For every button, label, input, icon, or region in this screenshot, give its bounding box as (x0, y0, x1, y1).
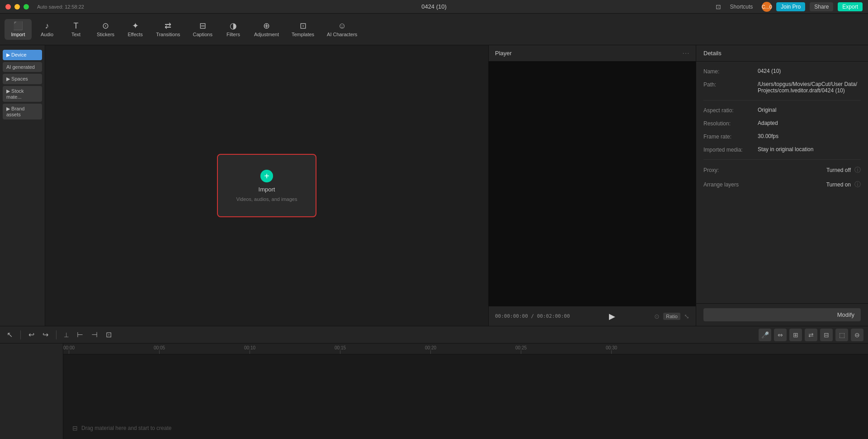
drag-hint: ⊟ Drag material here and start to create (72, 425, 171, 432)
player-time-display: 00:00:00:00 / 00:02:00:00 (495, 313, 570, 319)
sidebar-label-device: ▶ Device (6, 52, 27, 58)
toolbar-item-text[interactable]: T Text (62, 19, 90, 40)
ruler-line (69, 350, 69, 354)
sync-button[interactable]: ⇄ (805, 329, 817, 341)
sidebar-item-spaces[interactable]: ▶ Spaces (3, 74, 42, 84)
project-title: 0424 (10) (421, 3, 447, 10)
toolbar-item-filters[interactable]: ◑ Filters (220, 19, 247, 40)
sidebar-item-brand_assets[interactable]: ▶ Brand assets (3, 104, 42, 119)
modify-button[interactable]: Modify (703, 308, 861, 321)
link-clip-button[interactable]: ⇔ (774, 329, 787, 341)
ruler-label: 00:15 (335, 344, 346, 350)
arrange-info-icon[interactable]: ⓘ (854, 181, 861, 189)
ruler-label: 00:10 (244, 344, 255, 350)
play-button[interactable]: ▶ (609, 311, 615, 321)
detail-row-2: Aspect ratio: Original (703, 107, 861, 114)
player-time-total: 00:02:00:00 (537, 313, 570, 319)
minimize-button[interactable] (14, 4, 20, 10)
sidebar-item-stock_mate[interactable]: ▶ Stock mate... (3, 86, 42, 102)
details-panel: Details Name: 0424 (10) Path: /Users/top… (696, 45, 868, 326)
ratio-button[interactable]: Ratio (663, 313, 680, 320)
trim-right-button[interactable]: ⊣ (89, 329, 100, 340)
track-area: 00:00 00:05 00:10 00:15 00:20 00:25 00:3… (63, 344, 868, 439)
toolbar-item-ai_characters[interactable]: ☺ AI Characters (321, 19, 363, 40)
import-sublabel: Videos, audios, and images (236, 196, 297, 202)
ruler-line (250, 350, 250, 354)
ruler-tick-0020: 00:20 (425, 344, 436, 354)
time-ruler: 00:00 00:05 00:10 00:15 00:20 00:25 00:3… (63, 344, 868, 354)
player-controls: 00:00:00:00 / 00:02:00:00 ▶ ⊙ Ratio ⤡ (489, 306, 696, 326)
ruler-label: 00:30 (606, 344, 617, 350)
toolbar-item-templates[interactable]: ⊡ Templates (286, 19, 320, 40)
sidebar-item-device[interactable]: ▶ Device (3, 50, 42, 60)
toolbar-item-audio[interactable]: ♪ Audio (33, 19, 61, 40)
ruler-line (430, 350, 431, 354)
tl-sep-1 (20, 330, 21, 339)
join-pro-button[interactable]: Join Pro (776, 2, 805, 11)
toolbar-icon-effects: ✦ (132, 22, 139, 30)
detail-row-4: Frame rate: 30.00fps (703, 133, 861, 140)
detail-value-3: Adapted (758, 120, 861, 126)
import-plus-icon: + (260, 170, 273, 182)
toolbar-label-effects: Effects (127, 32, 142, 37)
user-badge[interactable]: C...0 (762, 2, 772, 12)
ruler-label: 00:00 (63, 344, 75, 350)
redo-button[interactable]: ↪ (40, 329, 51, 340)
caption-button[interactable]: ⬚ (835, 329, 848, 341)
player-content (489, 62, 696, 306)
split-button[interactable]: ⟂ (62, 329, 71, 340)
toolbar-icon-text: T (74, 22, 79, 30)
align-button[interactable]: ⊟ (820, 329, 833, 341)
import-label: Import (259, 186, 275, 193)
detail-value-1: /Users/topgus/Movies/CapCut/User Data/Pr… (758, 81, 861, 94)
maximize-button[interactable] (24, 4, 29, 10)
toolbar-icon-stickers: ⊙ (102, 22, 109, 30)
toolbar-item-transitions[interactable]: ⇄ Transitions (151, 19, 185, 40)
mic-button[interactable]: 🎤 (759, 329, 771, 341)
drag-hint-icon: ⊟ (72, 425, 78, 432)
select-tool[interactable]: ↖ (5, 329, 15, 340)
toolbar-label-audio: Audio (41, 32, 53, 37)
detail-label-1: Path: (703, 81, 758, 88)
proxy-info-icon[interactable]: ⓘ (854, 166, 861, 174)
export-button[interactable]: Export (838, 2, 863, 11)
undo-button[interactable]: ↩ (26, 329, 37, 340)
toolbar-item-import[interactable]: ⬛ Import (5, 19, 32, 40)
player-menu-icon[interactable]: ⋯ (682, 49, 689, 57)
toolbar-icon-adjustment: ⊕ (263, 22, 270, 30)
shortcuts-button[interactable]: Shortcuts (726, 2, 758, 11)
delete-button[interactable]: ⊡ (104, 329, 114, 340)
player-time-separator: / (531, 313, 537, 319)
toolbar-label-ai_characters: AI Characters (327, 32, 357, 37)
import-zone[interactable]: + Import Videos, audios, and images (217, 154, 316, 217)
fullscreen-icon[interactable]: ⤡ (684, 313, 689, 320)
player-title: Player (495, 50, 512, 57)
sidebar-label-stock_mate: ▶ Stock mate... (6, 88, 38, 100)
toolbar-icon-templates: ⊡ (300, 22, 307, 30)
collapse-button[interactable]: ⊖ (851, 329, 863, 341)
main-layout: ▶ DeviceAI generated▶ Spaces▶ Stock mate… (0, 45, 868, 326)
toolbar-icon-transitions: ⇄ (165, 22, 171, 30)
ruler-tick-0030: 00:30 (606, 344, 617, 354)
toolbar-item-effects[interactable]: ✦ Effects (122, 19, 149, 40)
sidebar-label-ai_generated: AI generated (6, 64, 35, 70)
share-button[interactable]: Share (810, 2, 833, 11)
toolbar-item-stickers[interactable]: ⊙ Stickers (91, 19, 120, 40)
ruler-tick-0005: 00:05 (154, 344, 165, 354)
toolbar-item-captions[interactable]: ⊟ Captions (188, 19, 218, 40)
toolbar-item-adjustment[interactable]: ⊕ Adjustment (249, 19, 284, 40)
timeline-toolbar: ↖ ↩ ↪ ⟂ ⊢ ⊣ ⊡ 🎤 ⇔ ⊞ ⇄ ⊟ ⬚ ⊖ (0, 326, 868, 344)
ruler-tick-0025: 00:25 (515, 344, 527, 354)
toolbar-icon-filters: ◑ (230, 22, 237, 30)
toolbar-label-import: Import (11, 32, 25, 37)
sidebar-item-ai_generated[interactable]: AI generated (3, 62, 42, 72)
main-toolbar: ⬛ Import ♪ Audio T Text ⊙ Stickers ✦ Eff… (0, 14, 868, 45)
ruler-line (521, 350, 521, 354)
magnet-button[interactable]: ⊞ (789, 329, 802, 341)
trim-left-button[interactable]: ⊢ (75, 329, 85, 340)
toolbar-icon-ai_characters: ☺ (338, 22, 346, 30)
left-sidebar: ▶ DeviceAI generated▶ Spaces▶ Stock mate… (0, 45, 45, 326)
toolbar-icon-captions: ⊟ (199, 22, 206, 30)
modify-btn-wrapper: Modify (696, 303, 868, 326)
close-button[interactable] (5, 4, 11, 10)
